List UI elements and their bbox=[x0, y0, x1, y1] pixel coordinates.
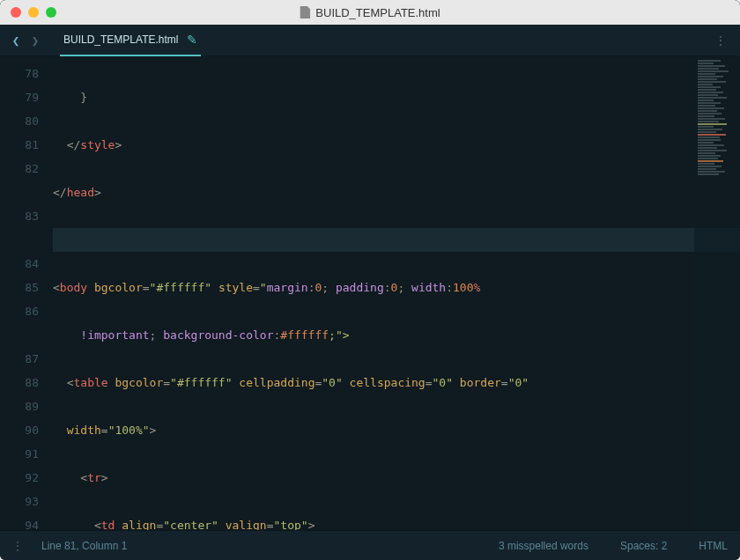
kebab-menu-icon[interactable]: ⋮ bbox=[714, 33, 733, 48]
line-number: 93 bbox=[0, 490, 39, 513]
document-icon bbox=[300, 6, 310, 18]
line-number: 80 bbox=[0, 109, 39, 133]
status-menu-icon[interactable]: ⋮ bbox=[12, 540, 24, 552]
line-gutter: 78 79 80 81 82 83 84 85 86 87 88 89 90 9… bbox=[0, 56, 49, 530]
code-line: </head> bbox=[53, 181, 740, 204]
modified-icon: ✎ bbox=[187, 33, 197, 47]
file-tab[interactable]: BUILD_TEMPLATE.html ✎ bbox=[60, 25, 201, 56]
line-number: 81 bbox=[0, 133, 39, 157]
code-line: <td align="center" valign="top"> bbox=[53, 513, 740, 530]
line-number: 87 bbox=[0, 347, 39, 371]
line-number: 88 bbox=[0, 371, 39, 394]
titlebar[interactable]: BUILD_TEMPLATE.html bbox=[0, 0, 740, 25]
line-number: 94 bbox=[0, 513, 39, 530]
spellcheck-status[interactable]: 3 misspelled words bbox=[499, 540, 588, 552]
code-line: } bbox=[53, 85, 740, 109]
language-mode[interactable]: HTML bbox=[699, 540, 728, 552]
code-line: <table bgcolor="#ffffff" cellpadding="0"… bbox=[53, 371, 740, 394]
line-number: 83 bbox=[0, 204, 39, 228]
forward-icon[interactable]: ❯ bbox=[26, 32, 44, 49]
back-icon[interactable]: ❮ bbox=[7, 32, 25, 49]
code-line: <tr> bbox=[53, 466, 740, 490]
cursor-position[interactable]: Line 81, Column 1 bbox=[41, 540, 127, 552]
traffic-lights bbox=[0, 7, 56, 18]
code-line bbox=[53, 228, 740, 252]
indent-status[interactable]: Spaces: 2 bbox=[620, 540, 667, 552]
line-number: 82 bbox=[0, 157, 39, 181]
line-number: 84 bbox=[0, 252, 39, 276]
line-number: 89 bbox=[0, 394, 39, 418]
tab-bar: ❮ ❯ BUILD_TEMPLATE.html ✎ ⋮ bbox=[0, 25, 740, 56]
status-bar: ⋮ Line 81, Column 1 3 misspelled words S… bbox=[0, 530, 740, 560]
code-line: !important; background-color:#ffffff;"> bbox=[53, 323, 740, 347]
line-number bbox=[0, 181, 39, 204]
line-number: 85 bbox=[0, 276, 39, 299]
line-number: 78 bbox=[0, 62, 39, 85]
nav-arrows: ❮ ❯ bbox=[7, 32, 44, 49]
window-title: BUILD_TEMPLATE.html bbox=[300, 6, 440, 19]
code-line: width="100%"> bbox=[53, 418, 740, 442]
editor-window: BUILD_TEMPLATE.html ❮ ❯ BUILD_TEMPLATE.h… bbox=[0, 0, 740, 560]
minimize-icon[interactable] bbox=[28, 7, 39, 18]
minimap[interactable] bbox=[694, 56, 740, 530]
code-editor[interactable]: 78 79 80 81 82 83 84 85 86 87 88 89 90 9… bbox=[0, 56, 740, 530]
line-number bbox=[0, 228, 39, 252]
code-line: <body bgcolor="#ffffff" style="margin:0;… bbox=[53, 276, 740, 299]
zoom-icon[interactable] bbox=[46, 7, 56, 18]
code-area[interactable]: } </style> </head> <body bgcolor="#fffff… bbox=[49, 56, 740, 530]
window-title-text: BUILD_TEMPLATE.html bbox=[315, 6, 440, 19]
line-number: 86 bbox=[0, 299, 39, 323]
line-number bbox=[0, 323, 39, 347]
code-line: </style> bbox=[53, 133, 740, 157]
line-number: 92 bbox=[0, 466, 39, 490]
line-number: 79 bbox=[0, 85, 39, 109]
close-icon[interactable] bbox=[11, 7, 21, 18]
tab-label: BUILD_TEMPLATE.html bbox=[63, 33, 178, 46]
line-number: 91 bbox=[0, 442, 39, 466]
line-number: 90 bbox=[0, 418, 39, 442]
